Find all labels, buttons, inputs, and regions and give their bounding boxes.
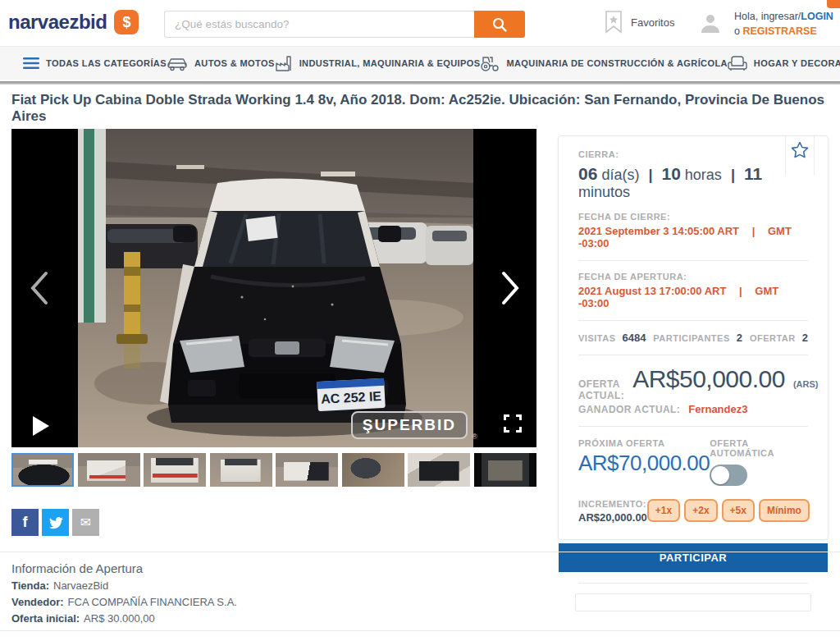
increment-5x-button[interactable]: +5x — [722, 499, 755, 522]
nav-maquinaria-construccion[interactable]: MAQUINARIA DE CONSTRUCCIÓN & AGRÍCOLA — [480, 54, 727, 72]
current-offer-row: OFERTA ACTUAL: AR$50,000.00 (ARS) — [578, 365, 808, 401]
next-image-button[interactable] — [497, 267, 525, 309]
opening-info: Información de Apertura Tienda:NarvaezBi… — [11, 561, 237, 625]
offers-label: OFERTAR — [750, 333, 796, 343]
initial-offer-row: Oferta inicial:AR$ 30.000,00 — [11, 612, 237, 625]
seller-row: Vendedor:FCA COMPAÑÍA FINANCIERA S.A. — [11, 596, 237, 608]
nav-autos-motos[interactable]: AUTOS & MOTOS — [167, 55, 275, 71]
thumbnail[interactable] — [408, 453, 470, 487]
thumbnail[interactable] — [11, 453, 74, 487]
participants-label: PARTICIPANTES — [653, 333, 730, 343]
main-photo[interactable]: AC 252 IE — [78, 129, 473, 447]
envelope-icon: ✉ — [80, 515, 91, 530]
prev-image-button[interactable] — [25, 267, 52, 309]
participants-value: 2 — [737, 332, 742, 344]
thumbnail[interactable] — [342, 453, 404, 487]
next-offer-label: PRÓXIMA OFERTA — [578, 438, 710, 448]
thumbnail[interactable] — [474, 453, 536, 487]
facebook-icon: f — [23, 514, 28, 531]
chevron-right-icon — [500, 270, 522, 306]
divider — [578, 355, 808, 355]
auto-offer-block: OFERTA AUTOMÁTICA — [710, 438, 808, 486]
thumbnail[interactable] — [276, 453, 338, 487]
visits-stat: VISITAS 6484 — [578, 332, 646, 344]
category-nav: TODAS LAS CATEGORÍAS AUTOS & MOTOS INDUS… — [0, 47, 840, 80]
open-date-value: 2021 August 13 17:00:00 ART — [578, 285, 726, 297]
twitter-share-button[interactable] — [42, 509, 69, 536]
nav-industrial[interactable]: INDUSTRIAL, MAQUINARIA & EQUIPOS — [275, 54, 481, 72]
countdown-hours-label: horas — [685, 167, 722, 183]
open-date-label: FECHA DE APERTURA: — [578, 272, 808, 282]
participate-button[interactable]: PARTICIPAR — [559, 543, 828, 572]
auth-links: Hola, ingresar/LOGIN o REGISTRARSE — [734, 9, 833, 39]
offers-value: 2 — [802, 332, 808, 344]
store-value: NarvaezBid — [53, 579, 108, 592]
factory-icon — [275, 54, 293, 72]
search-input[interactable] — [164, 11, 474, 38]
divider — [578, 583, 808, 584]
play-video-button[interactable] — [33, 416, 49, 436]
gallery-scene: AC 252 IE — [78, 129, 473, 447]
opening-info-heading: Información de Apertura — [11, 561, 237, 575]
auto-offer-label: OFERTA AUTOMÁTICA — [710, 438, 808, 458]
increment-2x-button[interactable]: +2x — [684, 499, 717, 522]
logo[interactable]: narvaezbid $ — [8, 10, 139, 34]
thumbnail[interactable] — [144, 453, 206, 487]
close-date-value: 2021 September 3 14:05:00 ART — [578, 225, 739, 237]
email-share-button[interactable]: ✉ — [72, 509, 99, 536]
increment-buttons: +1x +2x +5x Mínimo — [647, 499, 810, 522]
store-row: Tienda:NarvaezBid — [11, 579, 237, 592]
initial-offer-value: AR$ 30.000,00 — [84, 612, 155, 625]
winner-row: GANADOR ACTUAL: Fernandez3 — [578, 403, 808, 415]
register-link[interactable]: REGISTRARSE — [742, 25, 816, 37]
increment-1x-button[interactable]: +1x — [647, 499, 680, 522]
nav-shadow-divider — [0, 80, 840, 85]
corner-widget — [827, 0, 840, 8]
bid-input[interactable] — [575, 593, 811, 611]
fullscreen-button[interactable] — [504, 414, 522, 436]
countdown-minutes-label: minutos — [578, 184, 630, 200]
nav-label: TODAS LAS CATEGORÍAS — [46, 58, 167, 68]
star-icon — [790, 140, 810, 160]
image-viewer: AC 252 IE ŞUPERBID ® — [11, 129, 536, 447]
fullscreen-icon — [504, 414, 522, 433]
favorites-label: Favoritos — [631, 16, 674, 29]
thumbnail[interactable] — [78, 453, 140, 487]
nav-label: AUTOS & MOTOS — [194, 58, 275, 68]
favorites-link[interactable]: Favoritos — [605, 11, 674, 34]
register-prefix: o — [734, 25, 742, 37]
countdown: 06 día(s) | 10 horas | 11 minutos — [578, 164, 808, 201]
menu-icon — [23, 57, 39, 70]
countdown-days: 06 — [578, 164, 597, 183]
divider — [578, 320, 808, 321]
current-offer-label: OFERTA ACTUAL: — [578, 378, 624, 401]
nav-label: MAQUINARIA DE CONSTRUCCIÓN & AGRÍCOLA — [506, 58, 727, 68]
facebook-share-button[interactable]: f — [11, 509, 39, 536]
winner-value: Fernandez3 — [688, 403, 747, 415]
countdown-separator: | — [731, 167, 735, 183]
logo-dollar-icon: $ — [114, 10, 139, 34]
auto-offer-toggle[interactable] — [710, 465, 747, 486]
login-link[interactable]: LOGIN — [801, 11, 833, 22]
thumbnail-strip — [11, 453, 536, 487]
social-share: f ✉ — [11, 509, 99, 536]
increment-row: INCREMENTO: AR$20,000.00 +1x +2x +5x Mín… — [578, 499, 808, 524]
listing-title: Fiat Pick Up Cabina Doble Strada Working… — [11, 92, 829, 125]
chevron-left-icon — [28, 270, 49, 306]
store-label: Tienda: — [11, 579, 49, 592]
increment-block: INCREMENTO: AR$20,000.00 — [578, 499, 647, 524]
superbid-watermark: ŞUPERBID — [351, 411, 468, 439]
nav-all-categories[interactable]: TODAS LAS CATEGORÍAS — [23, 57, 167, 70]
sofa-icon — [728, 55, 747, 71]
car-icon — [167, 55, 188, 71]
increment-min-button[interactable]: Mínimo — [759, 499, 810, 522]
increment-label: INCREMENTO: — [578, 499, 647, 509]
user-account-icon[interactable] — [699, 11, 722, 38]
auction-panel: CIERRA: 06 día(s) | 10 horas | 11 minuto… — [558, 135, 829, 540]
thumbnail[interactable] — [210, 453, 272, 487]
twitter-icon — [48, 515, 63, 530]
search-button[interactable] — [474, 11, 525, 38]
nav-hogar-decoracion[interactable]: HOGAR Y DECORACIÓN — [728, 55, 840, 71]
current-offer-value: AR$50,000.00 — [632, 365, 785, 393]
date-separator: | — [752, 225, 756, 237]
